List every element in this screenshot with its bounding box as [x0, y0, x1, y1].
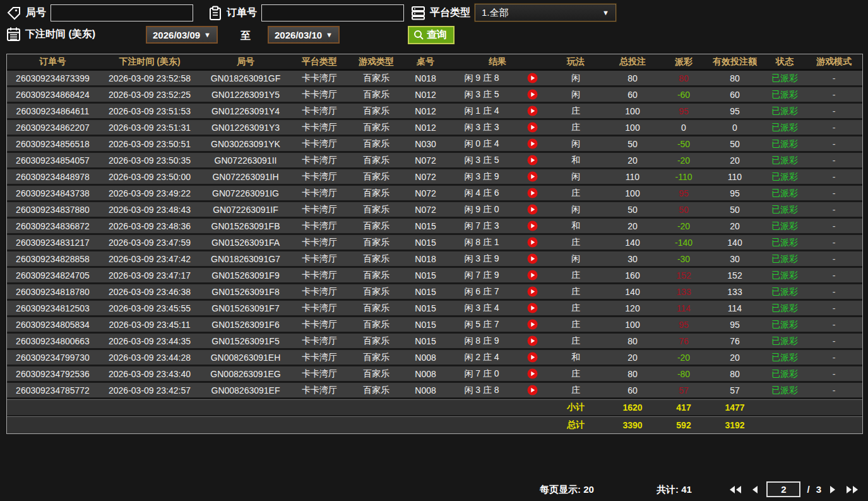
cell-play-type: 庄 — [548, 385, 603, 396]
date-to-picker[interactable]: 2026/03/10 ▼ — [268, 26, 340, 44]
cell-valid-bet: 20 — [706, 155, 764, 166]
cell-game-mode: - — [806, 369, 862, 379]
subtotal-label: 小计 — [548, 402, 603, 413]
cell-play-type: 闲 — [548, 138, 603, 150]
cell-game-mode: - — [806, 238, 862, 248]
play-video-icon[interactable] — [527, 237, 538, 248]
cell-round-number: GN012263091Y4 — [201, 106, 290, 116]
cell-round-number: GN008263091EF — [201, 385, 290, 395]
cell-valid-bet: 110 — [706, 172, 764, 182]
cell-order-number: 260309234854057 — [7, 155, 98, 166]
cell-result: 闲 3 庄 5 — [447, 155, 516, 166]
cell-total-bet: 100 — [603, 188, 662, 198]
cell-game-type: 百家乐 — [348, 204, 404, 215]
play-video-icon[interactable] — [527, 89, 538, 100]
table-row: 260309234856518 2026-03-09 23:50:51 GN03… — [7, 136, 862, 153]
play-video-icon[interactable] — [527, 319, 538, 330]
table-row: 260309234805834 2026-03-09 23:45:11 GN01… — [7, 317, 862, 334]
cell-result: 闲 7 庄 0 — [447, 368, 516, 380]
play-video-icon[interactable] — [527, 106, 538, 116]
play-video-icon[interactable] — [527, 286, 538, 297]
tag-icon — [6, 6, 21, 21]
cell-valid-bet: 57 — [706, 385, 764, 395]
play-video-icon[interactable] — [527, 253, 538, 264]
cell-payout: -30 — [662, 254, 706, 264]
table-row: 260309234873399 2026-03-09 23:52:58 GN01… — [7, 71, 862, 87]
cell-play-type: 庄 — [548, 319, 603, 330]
cell-bet-time: 2026-03-09 23:47:42 — [98, 254, 201, 264]
play-video-icon[interactable] — [527, 335, 538, 346]
cell-payout: 76 — [662, 336, 706, 346]
cell-game-mode: - — [806, 303, 862, 313]
col-header-round-number: 局号 — [201, 56, 290, 68]
play-video-icon[interactable] — [527, 73, 538, 83]
page-number-input[interactable] — [766, 481, 800, 497]
cell-status: 已派彩 — [764, 368, 806, 380]
play-video-icon[interactable] — [527, 188, 538, 198]
next-page-button[interactable] — [828, 484, 838, 495]
cell-result: 闲 3 庄 5 — [447, 89, 516, 100]
cell-play-type: 庄 — [548, 303, 603, 314]
per-page-text: 每页显示: 20 — [540, 484, 594, 496]
cell-platform: 卡卡湾厅 — [290, 106, 348, 117]
cell-total-bet: 80 — [603, 336, 662, 346]
query-button[interactable]: 查询 — [408, 26, 455, 44]
cell-status: 已派彩 — [764, 89, 806, 100]
cell-game-type: 百家乐 — [348, 138, 404, 150]
order-number-filter: 订单号 — [208, 4, 404, 21]
date-from-picker[interactable]: 2026/03/09 ▼ — [146, 26, 218, 44]
table-body: 260309234873399 2026-03-09 23:52:58 GN01… — [7, 71, 862, 399]
cell-bet-time: 2026-03-09 23:48:36 — [98, 221, 201, 231]
pagination-bar: 每页显示: 20 共计: 41 / 3 — [0, 480, 868, 501]
play-video-icon[interactable] — [527, 352, 538, 363]
last-page-button[interactable] — [844, 484, 860, 495]
play-video-icon[interactable] — [527, 204, 538, 215]
play-video-icon[interactable] — [527, 171, 538, 182]
cell-table-number: N015 — [404, 238, 447, 248]
cell-result: 闲 4 庄 6 — [447, 188, 516, 199]
cell-round-number: GN072263091II — [201, 155, 290, 166]
col-header-valid-bet: 有效投注额 — [706, 56, 764, 68]
cell-payout: 152 — [662, 270, 706, 281]
play-video-icon[interactable] — [527, 138, 538, 149]
play-video-icon[interactable] — [527, 220, 538, 231]
cell-result: 闲 3 庄 9 — [447, 253, 516, 265]
cell-valid-bet: 50 — [706, 139, 764, 149]
cell-valid-bet: 20 — [706, 353, 764, 363]
cell-result: 闲 7 庄 9 — [447, 270, 516, 281]
play-video-icon[interactable] — [527, 303, 538, 313]
cell-platform: 卡卡湾厅 — [290, 122, 348, 133]
cell-status: 已派彩 — [764, 319, 806, 330]
table-row: 260309234864611 2026-03-09 23:51:53 GN01… — [7, 104, 862, 120]
cell-valid-bet: 80 — [706, 369, 764, 379]
first-page-button[interactable] — [727, 484, 744, 495]
play-video-icon[interactable] — [527, 122, 538, 133]
cell-round-number: GN012263091Y5 — [201, 90, 290, 100]
col-header-platform: 平台类型 — [290, 56, 348, 68]
platform-type-filter: 平台类型 1.全部 ▼ — [411, 4, 616, 21]
cell-play-type: 闲 — [548, 253, 603, 265]
cell-status: 已派彩 — [764, 352, 806, 363]
cell-table-number: N015 — [404, 336, 447, 346]
cell-bet-time: 2026-03-09 23:50:35 — [98, 155, 201, 166]
play-video-icon[interactable] — [527, 270, 538, 281]
cell-game-mode: - — [806, 270, 862, 281]
cell-table-number: N008 — [404, 369, 447, 379]
cell-total-bet: 60 — [603, 90, 662, 100]
play-video-icon[interactable] — [527, 385, 538, 395]
cell-valid-bet: 30 — [706, 254, 764, 264]
cell-play-type: 和 — [548, 352, 603, 363]
play-video-icon[interactable] — [527, 155, 538, 166]
cell-total-bet: 100 — [603, 123, 662, 133]
play-video-icon[interactable] — [527, 368, 538, 379]
prev-page-button[interactable] — [750, 484, 760, 495]
cell-order-number: 260309234862207 — [7, 123, 98, 133]
order-number-input[interactable] — [261, 4, 404, 21]
cell-game-mode: - — [806, 320, 862, 330]
date-to-value: 2026/03/10 — [275, 30, 322, 40]
platform-type-select[interactable]: 1.全部 ▼ — [475, 4, 616, 21]
cell-table-number: N015 — [404, 303, 447, 313]
record-count-text: 共计: 41 — [657, 484, 692, 496]
round-number-input[interactable] — [51, 4, 193, 21]
cell-platform: 卡卡湾厅 — [290, 368, 348, 380]
